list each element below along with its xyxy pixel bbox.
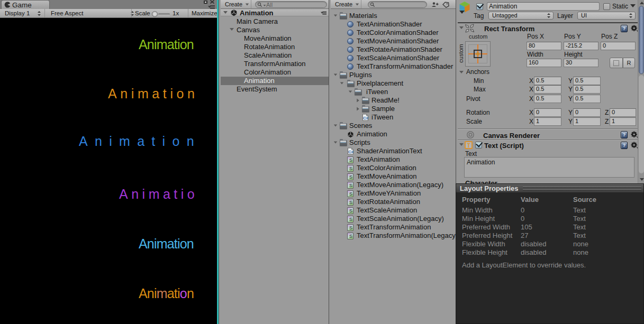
svg-text:C#: C# (348, 150, 354, 154)
svg-text:C#: C# (363, 116, 369, 121)
